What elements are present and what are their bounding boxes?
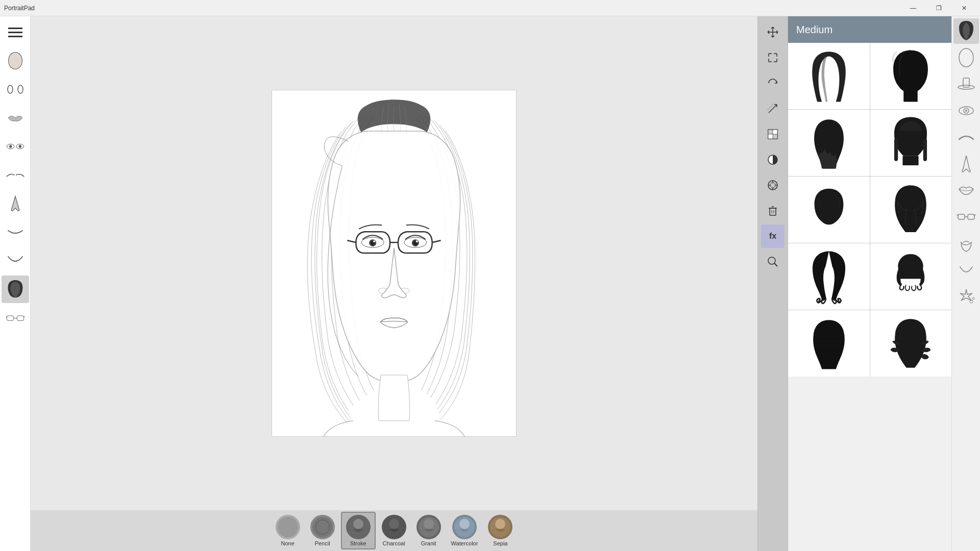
tool-slant[interactable] xyxy=(761,97,785,120)
filter-thumb-charcoal xyxy=(382,515,406,539)
frs-item-chin[interactable] xyxy=(953,257,979,283)
tool-move[interactable] xyxy=(761,20,785,44)
frs-item-lip[interactable] xyxy=(953,178,979,203)
sidebar-item-nose[interactable] xyxy=(2,190,29,217)
svg-rect-60 xyxy=(963,78,969,87)
filter-label-stroke: Stroke xyxy=(350,540,366,546)
portrait-svg xyxy=(272,90,516,437)
svg-rect-44 xyxy=(768,130,773,134)
svg-line-14 xyxy=(6,316,7,317)
gallery-grid xyxy=(788,43,951,377)
svg-rect-47 xyxy=(768,134,773,139)
tool-delete[interactable] xyxy=(761,199,785,222)
sidebar-item-mouth[interactable] xyxy=(2,218,29,246)
filter-none[interactable]: None xyxy=(272,513,304,548)
sidebar-item-glasses[interactable] xyxy=(2,304,29,332)
filter-pencil[interactable]: Pencil xyxy=(306,513,339,548)
frs-item-eyebrow[interactable] xyxy=(953,124,979,150)
tool-expand[interactable] xyxy=(761,46,785,69)
frs-item-glasses[interactable] xyxy=(953,204,979,230)
frs-item-face[interactable] xyxy=(953,45,979,70)
svg-rect-1 xyxy=(8,32,22,33)
svg-point-23 xyxy=(373,240,375,242)
filter-granit[interactable]: Granit xyxy=(412,513,445,548)
svg-rect-2 xyxy=(8,36,22,37)
tool-pattern[interactable] xyxy=(761,122,785,146)
hair-item-7[interactable] xyxy=(788,243,870,310)
right-panel: Medium xyxy=(788,16,951,551)
sidebar-item-eyebrows[interactable] xyxy=(2,161,29,189)
frs-item-eye[interactable] xyxy=(953,98,979,123)
sidebar-item-eyes[interactable] xyxy=(2,133,29,160)
frs-item-hair[interactable] xyxy=(953,18,979,44)
svg-line-68 xyxy=(974,214,975,216)
svg-point-34 xyxy=(389,519,399,529)
svg-rect-64 xyxy=(958,214,965,219)
sidebar-item-face[interactable] xyxy=(2,47,29,74)
hair-item-5[interactable] xyxy=(788,177,870,243)
filter-label-charcoal: Charcoal xyxy=(383,540,405,546)
minimize-button[interactable]: — xyxy=(901,0,925,16)
frs-item-nose[interactable] xyxy=(953,151,979,177)
svg-line-67 xyxy=(957,214,958,216)
filter-stroke[interactable]: Stroke xyxy=(341,512,376,549)
svg-line-41 xyxy=(769,105,777,113)
sidebar-item-chin[interactable] xyxy=(2,247,29,274)
canvas-content xyxy=(31,16,757,510)
filter-label-none: None xyxy=(281,540,294,546)
svg-rect-12 xyxy=(17,316,23,320)
tool-contrast[interactable] xyxy=(761,148,785,171)
hair-item-3[interactable] xyxy=(788,110,870,176)
svg-rect-46 xyxy=(773,130,777,134)
tool-transform[interactable] xyxy=(761,173,785,197)
svg-point-28 xyxy=(278,517,298,537)
sidebar-item-menu[interactable] xyxy=(2,18,29,46)
filter-sepia[interactable]: Sepia xyxy=(484,513,517,548)
svg-point-6 xyxy=(18,85,23,93)
svg-point-50 xyxy=(770,183,775,188)
filter-thumb-none xyxy=(276,515,300,539)
filter-label-sepia: Sepia xyxy=(493,540,507,546)
filter-label-pencil: Pencil xyxy=(315,540,330,546)
filter-watercolor[interactable]: Watercolor xyxy=(447,513,482,548)
tool-fx[interactable]: fx xyxy=(761,224,785,248)
svg-point-58 xyxy=(959,48,973,67)
filter-thumb-pencil xyxy=(310,515,335,539)
svg-point-55 xyxy=(768,257,775,264)
window-controls: — ❐ ✕ xyxy=(901,0,976,16)
hair-item-6[interactable] xyxy=(870,177,952,243)
app-title: PortraitPad xyxy=(4,5,35,12)
frs-item-extra[interactable] xyxy=(953,284,979,309)
gallery-header: Medium xyxy=(788,16,951,43)
sidebar-item-hair[interactable] xyxy=(2,276,29,303)
tool-zoom[interactable] xyxy=(761,250,785,273)
svg-point-70 xyxy=(972,297,974,299)
filter-thumb-sepia xyxy=(488,515,512,539)
tool-rotate[interactable] xyxy=(761,71,785,95)
sidebar-item-ears[interactable] xyxy=(2,76,29,103)
hair-item-10[interactable] xyxy=(870,310,952,377)
hair-item-8[interactable] xyxy=(870,243,952,310)
tool-panel: fx xyxy=(757,16,788,551)
sidebar-item-lips[interactable] xyxy=(2,104,29,132)
hair-item-9[interactable] xyxy=(788,310,870,377)
titlebar: PortraitPad — ❐ ✕ xyxy=(0,0,980,16)
canvas-area: None Pencil xyxy=(31,16,757,551)
hair-item-1[interactable] xyxy=(788,43,870,109)
frs-item-hat[interactable] xyxy=(953,71,979,97)
frs-item-beard[interactable] xyxy=(953,231,979,256)
svg-point-10 xyxy=(18,145,21,147)
filter-label-watercolor: Watercolor xyxy=(451,540,478,546)
filter-charcoal[interactable]: Charcoal xyxy=(378,513,410,548)
svg-point-63 xyxy=(965,110,967,112)
maximize-button[interactable]: ❐ xyxy=(927,0,950,16)
filter-thumb-stroke xyxy=(346,515,371,539)
close-button[interactable]: ✕ xyxy=(952,0,976,16)
svg-point-38 xyxy=(459,519,470,529)
hair-item-2[interactable] xyxy=(870,43,952,109)
hair-gallery: Medium xyxy=(788,16,951,377)
hair-item-4[interactable] xyxy=(870,110,952,176)
svg-rect-11 xyxy=(7,316,13,320)
svg-point-36 xyxy=(424,519,434,529)
portrait-canvas xyxy=(272,90,517,437)
